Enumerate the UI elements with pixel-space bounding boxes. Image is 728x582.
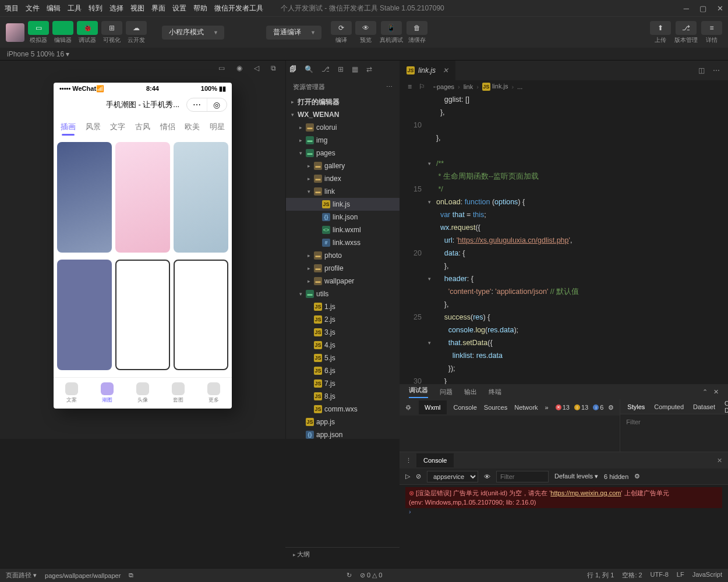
tree-node[interactable]: #link.wxss xyxy=(286,236,400,249)
category-tab[interactable]: 情侣 xyxy=(155,122,180,132)
tabbar-item[interactable]: 文案 xyxy=(54,378,89,409)
split-icon[interactable]: ◫ xyxy=(698,66,705,74)
menu-item[interactable]: 编辑 xyxy=(47,3,61,13)
wxml-tab[interactable]: Wxml xyxy=(419,400,447,414)
toolbar-button[interactable]: 📱 xyxy=(381,21,402,35)
menu-item[interactable]: 微信开发者工具 xyxy=(214,3,263,13)
toolbar-button[interactable]: ≡ xyxy=(701,21,722,35)
status-item[interactable]: JavaScript xyxy=(692,571,722,580)
tree-node[interactable]: JS5.js xyxy=(286,352,400,364)
page-path[interactable]: pages/wallpaper/wallpaper xyxy=(45,572,121,579)
category-tab[interactable]: 文字 xyxy=(105,122,130,132)
problems-tab[interactable]: 问题 xyxy=(440,388,453,396)
tree-node[interactable]: JS3.js xyxy=(286,326,400,339)
more-icon[interactable]: ⋯ xyxy=(713,66,720,74)
toolbar-button[interactable]: ⬆ xyxy=(650,21,671,35)
tree-node[interactable]: {}link.json xyxy=(286,211,400,223)
tabbar-item[interactable]: 头像 xyxy=(125,378,160,409)
toolbar-button[interactable]: ⊞ xyxy=(101,21,122,35)
toolbar-button[interactable]: ⎇ xyxy=(676,21,697,35)
ext-icon[interactable]: ⊞ xyxy=(338,65,344,73)
console-tab[interactable]: Console xyxy=(454,404,477,411)
status-item[interactable]: LF xyxy=(677,571,684,580)
tree-node[interactable]: {}app.json xyxy=(286,428,400,439)
dataset-tab[interactable]: Dataset xyxy=(693,403,715,410)
tree-node[interactable]: JSapp.js xyxy=(286,416,400,428)
menu-item[interactable]: 转到 xyxy=(89,3,103,13)
wallpaper-card[interactable] xyxy=(174,142,228,253)
console-prompt[interactable]: › xyxy=(405,508,722,515)
tree-node[interactable]: JS7.js xyxy=(286,377,400,390)
close-icon[interactable]: ✕ xyxy=(717,4,723,13)
menu-item[interactable]: 文件 xyxy=(26,3,40,13)
transfer-icon[interactable]: ⇄ xyxy=(366,65,372,73)
tree-node[interactable]: ▸▬img xyxy=(286,134,400,147)
tree-node[interactable]: ▸▬photo xyxy=(286,249,400,262)
menu-item[interactable]: 选择 xyxy=(109,3,123,13)
styles-tab[interactable]: Styles xyxy=(627,403,645,410)
tree-node[interactable]: JScomm.wxs xyxy=(286,403,400,416)
wallpaper-card[interactable] xyxy=(57,142,112,253)
breadcrumb[interactable]: pages›link›JS link.js›... xyxy=(429,80,531,93)
close-tab-icon[interactable]: ✕ xyxy=(443,66,448,74)
eye-icon[interactable]: 👁 xyxy=(484,473,490,480)
category-tab[interactable]: 欧美 xyxy=(180,122,205,132)
tabbar-item[interactable]: 更多 xyxy=(196,378,232,409)
gear-icon[interactable]: ⚙ xyxy=(608,404,614,411)
copy-icon[interactable]: ⧉ xyxy=(129,572,133,579)
console-filter-input[interactable] xyxy=(496,471,549,482)
category-tab[interactable]: 古风 xyxy=(130,122,156,132)
menu-item[interactable]: 设置 xyxy=(172,3,186,13)
tree-node[interactable]: ▸▬index xyxy=(286,172,400,185)
status-item[interactable]: 行 1, 列 1 xyxy=(587,571,614,580)
files-icon[interactable]: 🗐 xyxy=(289,65,296,73)
tree-node[interactable]: ▾▬link xyxy=(286,185,400,198)
outline-section[interactable]: ▸ 大纲 xyxy=(285,547,400,561)
levels-select[interactable]: Default levels ▾ xyxy=(554,473,598,480)
tree-node[interactable]: JS6.js xyxy=(286,364,400,377)
simulator-status[interactable]: iPhone 5 100% 16 ▾ xyxy=(0,48,728,61)
avatar[interactable] xyxy=(6,23,24,42)
gear-icon[interactable]: ⚙ xyxy=(634,473,640,480)
page-path-label[interactable]: 页面路径 ▾ xyxy=(6,571,37,580)
device-icon[interactable]: ▭ xyxy=(218,64,225,72)
info-badge[interactable]: i6 xyxy=(593,404,603,411)
console-drawer-tab[interactable]: Console xyxy=(416,453,454,467)
terminal-tab[interactable]: 终端 xyxy=(489,388,501,396)
menu-item[interactable]: 工具 xyxy=(68,3,82,13)
chevron-up-icon[interactable]: ⌃ xyxy=(702,388,708,396)
tree-node[interactable]: <>link.wxml xyxy=(286,223,400,236)
toolbar-button[interactable] xyxy=(52,21,73,35)
status-item[interactable]: UTF-8 xyxy=(651,571,669,580)
sync-icon[interactable]: ↻ xyxy=(347,572,352,579)
error-link[interactable]: https://mp.weixin.qq.com xyxy=(550,489,621,496)
tree-node[interactable]: ▸▬profile xyxy=(286,262,400,275)
mute-icon[interactable]: ◁ xyxy=(254,64,259,72)
tree-node[interactable]: ▾▬utils xyxy=(286,288,400,300)
maximize-icon[interactable]: ▢ xyxy=(699,4,706,13)
tree-node[interactable]: JSlink.js xyxy=(286,198,400,211)
category-tab[interactable]: 风景 xyxy=(81,122,106,132)
tree-node[interactable]: JS1.js xyxy=(286,300,400,313)
computed-tab[interactable]: Computed xyxy=(654,403,684,410)
more-tabs-icon[interactable]: » xyxy=(545,404,549,411)
tree-node[interactable]: ▸▬wallpaper xyxy=(286,275,400,288)
category-tab[interactable]: 插画 xyxy=(56,122,81,132)
tree-node[interactable]: ▾▬pages xyxy=(286,147,400,159)
search-icon[interactable]: 🔍 xyxy=(305,65,313,73)
tree-node[interactable]: JS2.js xyxy=(286,313,400,326)
tabbar-item[interactable]: 套图 xyxy=(161,378,196,409)
copy-icon[interactable]: ⧉ xyxy=(271,64,276,72)
toolbar-button[interactable]: ☁ xyxy=(126,21,147,35)
capsule[interactable]: ⋯◎ xyxy=(186,98,227,112)
target-icon[interactable]: ◎ xyxy=(207,98,227,111)
wallpaper-card[interactable] xyxy=(115,260,170,370)
toolbar-button[interactable]: 👁 xyxy=(355,21,376,35)
sources-tab[interactable]: Sources xyxy=(484,404,507,411)
warnings-badge[interactable]: !13 xyxy=(574,404,588,411)
toolbar-button[interactable]: ⟳ xyxy=(331,21,352,35)
menu-item[interactable]: 界面 xyxy=(151,3,165,13)
menu-item[interactable]: 帮助 xyxy=(193,3,207,13)
chip-icon[interactable]: ▦ xyxy=(352,65,358,73)
componentdata-tab[interactable]: Component Data xyxy=(725,400,728,414)
